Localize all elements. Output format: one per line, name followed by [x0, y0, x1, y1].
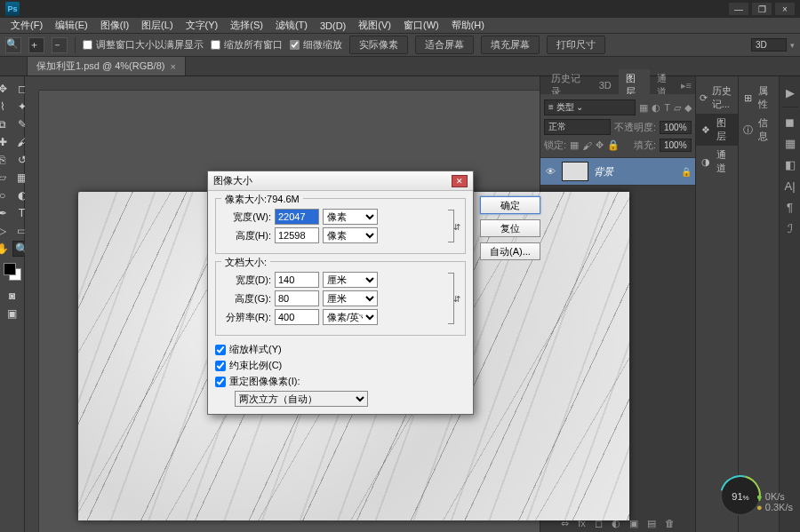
- doc-width-input[interactable]: [275, 272, 319, 288]
- play-icon[interactable]: ▶: [782, 84, 798, 100]
- new-layer-icon[interactable]: ▤: [647, 518, 656, 529]
- group-icon[interactable]: ▣: [629, 518, 638, 529]
- channels-panel-button[interactable]: ◑通道: [696, 146, 738, 178]
- blend-mode-select[interactable]: 正常: [544, 119, 611, 135]
- document-tab-close-icon[interactable]: ×: [170, 61, 175, 72]
- resolution-unit-select[interactable]: 像素/英寸: [323, 309, 378, 325]
- scrubby-zoom-checkbox[interactable]: 细微缩放: [290, 38, 342, 52]
- move-tool[interactable]: ✥: [0, 81, 12, 97]
- menu-image[interactable]: 图像(I): [95, 17, 134, 34]
- menu-select[interactable]: 选择(S): [225, 17, 268, 34]
- properties-panel-button[interactable]: ⊞属性: [739, 82, 779, 114]
- height-input[interactable]: [275, 227, 319, 243]
- ruler-vertical[interactable]: [25, 91, 39, 532]
- document-tab[interactable]: 保加利亚1.psd @ 4%(RGB/8) ×: [27, 56, 186, 75]
- opacity-input[interactable]: 100%: [660, 121, 692, 134]
- menu-layer[interactable]: 图层(L): [136, 17, 178, 34]
- zoom-out-icon[interactable]: －: [52, 37, 68, 53]
- filter-adj-icon[interactable]: ◐: [652, 102, 660, 114]
- doc-height-unit-select[interactable]: 厘米: [323, 290, 378, 306]
- window-close-button[interactable]: ×: [775, 3, 795, 15]
- path-tool[interactable]: ▷: [0, 223, 12, 239]
- link-icon[interactable]: ⇵: [453, 221, 460, 231]
- layer-lock-icon[interactable]: 🔒: [681, 167, 692, 177]
- color-icon[interactable]: ◼: [782, 114, 798, 130]
- fill-input[interactable]: 100%: [660, 139, 692, 152]
- lock-trans-icon[interactable]: ▦: [570, 139, 579, 151]
- healing-tool[interactable]: ✚: [0, 134, 12, 150]
- brushes-icon[interactable]: ℐ: [782, 220, 798, 236]
- crop-tool[interactable]: ⧉: [0, 116, 12, 132]
- width-input[interactable]: [275, 209, 319, 225]
- filter-type-icon[interactable]: T: [664, 102, 670, 113]
- fit-window-checkbox[interactable]: 调整窗口大小以满屏显示: [83, 38, 204, 52]
- width-unit-select[interactable]: 像素: [323, 209, 378, 225]
- color-swatch[interactable]: [4, 263, 21, 281]
- layers-panel-button[interactable]: ❖图层: [696, 114, 738, 146]
- zoom-in-icon[interactable]: ＋: [28, 37, 44, 53]
- styles-icon[interactable]: A|: [782, 178, 798, 194]
- hand-tool[interactable]: ✋: [0, 241, 12, 257]
- lock-pos-icon[interactable]: ✥: [596, 139, 604, 151]
- quick-mask-icon[interactable]: ◙: [3, 288, 22, 304]
- fill-screen-button[interactable]: 填充屏幕: [481, 36, 540, 54]
- stamp-tool[interactable]: ⎘: [0, 152, 12, 168]
- constrain-checkbox[interactable]: [215, 361, 226, 371]
- menu-edit[interactable]: 编辑(E): [50, 17, 93, 34]
- resample-method-select[interactable]: 两次立方（自动）: [235, 391, 368, 407]
- lock-all-icon[interactable]: 🔒: [607, 139, 620, 151]
- window-minimize-button[interactable]: —: [729, 3, 748, 15]
- dialog-close-button[interactable]: ✕: [452, 175, 468, 187]
- layer-name[interactable]: 背景: [594, 165, 676, 179]
- workspace-selector[interactable]: 3D: [751, 38, 787, 52]
- doc-width-unit-select[interactable]: 厘米: [323, 272, 378, 288]
- menu-view[interactable]: 视图(V): [353, 17, 396, 34]
- ok-button[interactable]: 确定: [480, 196, 540, 214]
- history-panel-button[interactable]: ⟳历史记...: [696, 82, 738, 114]
- filter-smart-icon[interactable]: ◆: [684, 102, 692, 114]
- doc-height-input[interactable]: [275, 290, 319, 306]
- menu-3d[interactable]: 3D(D): [315, 19, 351, 33]
- delete-layer-icon[interactable]: 🗑: [665, 518, 675, 528]
- print-size-button[interactable]: 打印尺寸: [547, 36, 605, 54]
- layer-filter-select[interactable]: ≡ 类型 ⌄: [544, 99, 636, 115]
- swatches-icon[interactable]: ▦: [782, 135, 798, 151]
- 3d-tab[interactable]: 3D: [592, 77, 619, 93]
- fit-screen-button[interactable]: 适合屏幕: [415, 36, 474, 54]
- menu-help[interactable]: 帮助(H): [446, 17, 490, 34]
- lock-pixel-icon[interactable]: 🖌: [582, 140, 592, 151]
- zoom-tool-icon[interactable]: 🔍: [5, 37, 21, 53]
- canvas-area[interactable]: 图像大小 ✕ 确定 复位 自动(A)... 像素大小:794.6M 宽度(W):: [25, 76, 540, 532]
- menu-filter[interactable]: 滤镜(T): [270, 17, 313, 34]
- actual-pixels-button[interactable]: 实际像素: [349, 36, 408, 54]
- ruler-horizontal[interactable]: [39, 76, 540, 91]
- layer-thumbnail[interactable]: [562, 162, 588, 181]
- panel-menu-icon[interactable]: ▸≡: [681, 80, 695, 91]
- layer-row-background[interactable]: 👁 背景 🔒: [540, 157, 695, 186]
- filter-shape-icon[interactable]: ▱: [674, 102, 681, 114]
- resample-checkbox[interactable]: [215, 377, 226, 387]
- scale-styles-checkbox[interactable]: [215, 345, 226, 355]
- doc-height-label: 高度(G):: [223, 292, 271, 306]
- resolution-input[interactable]: [275, 309, 319, 325]
- screen-mode-icon[interactable]: ▣: [3, 306, 22, 322]
- auto-button[interactable]: 自动(A)...: [480, 242, 540, 260]
- filter-img-icon[interactable]: ▦: [639, 102, 648, 114]
- height-unit-select[interactable]: 像素: [323, 227, 378, 243]
- menu-file[interactable]: 文件(F): [5, 17, 48, 34]
- paragraph-icon[interactable]: ¶: [782, 199, 798, 215]
- all-windows-checkbox[interactable]: 缩放所有窗口: [211, 38, 283, 52]
- doc-link-icon[interactable]: ⇵: [453, 294, 460, 304]
- performance-widget[interactable]: 91%: [720, 475, 761, 516]
- layer-visibility-icon[interactable]: 👁: [544, 166, 556, 177]
- pen-tool[interactable]: ✒: [0, 205, 12, 221]
- menu-type[interactable]: 文字(Y): [180, 17, 224, 34]
- menu-window[interactable]: 窗口(W): [398, 17, 444, 34]
- reset-button[interactable]: 复位: [480, 219, 540, 237]
- eraser-tool[interactable]: ▱: [0, 170, 12, 186]
- info-panel-button[interactable]: ⓘ信息: [739, 114, 779, 146]
- adjustments-icon[interactable]: ◧: [782, 156, 798, 172]
- blur-tool[interactable]: ○: [0, 187, 12, 203]
- lasso-tool[interactable]: ⌇: [0, 99, 12, 115]
- window-maximize-button[interactable]: ❐: [752, 3, 772, 15]
